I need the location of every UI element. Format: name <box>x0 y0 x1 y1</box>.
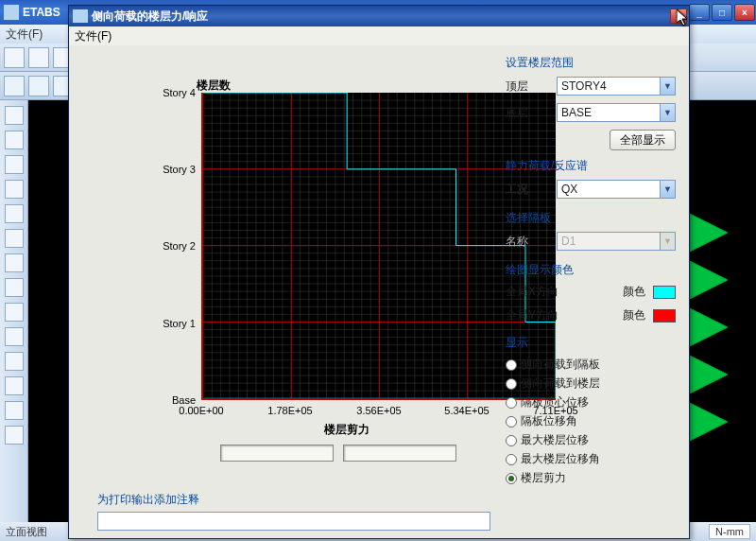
chart-y-axis-title: 楼层数 <box>197 78 231 94</box>
svg-marker-0 <box>690 214 728 252</box>
chevron-down-icon: ▼ <box>660 104 675 121</box>
y-tick-story3: Story 3 <box>139 164 196 175</box>
nudge-tool-icon[interactable] <box>5 352 24 371</box>
app-icon <box>4 5 19 20</box>
print-annotation-label: 为打印输出添加注释 <box>97 492 490 508</box>
radio-label: 侧向荷载到隔板 <box>521 357 600 373</box>
y-tick-story2: Story 2 <box>139 240 196 252</box>
model-wireframe <box>690 204 747 460</box>
chart-panel: 楼层数 Story 4 Story 3 <box>78 68 560 465</box>
display-radio-6[interactable]: 楼层剪力 <box>506 470 676 486</box>
label-global-y: 全局Y方向 <box>506 307 615 323</box>
main-title: ETABS <box>23 6 60 19</box>
status-view-label: 立面视图 <box>6 525 47 539</box>
x-tick-0: 0.00E+00 <box>179 405 223 416</box>
chevron-down-icon: ▼ <box>660 233 675 250</box>
radio-icon <box>506 473 517 484</box>
radio-icon <box>506 454 517 465</box>
group-display: 显示 <box>506 335 676 351</box>
new-file-icon[interactable] <box>4 47 25 68</box>
y-tick-story4: Story 4 <box>139 87 196 98</box>
label-top-story: 顶层 <box>506 79 549 95</box>
group-load-case: 静力荷载/反应谱 <box>506 158 676 174</box>
combo-top-story[interactable]: STORY4 ▼ <box>557 77 676 96</box>
undo-icon[interactable] <box>4 76 25 96</box>
pointer-tool-icon[interactable] <box>5 106 24 125</box>
snap-tool-icon[interactable] <box>5 376 24 395</box>
chart-plot-area[interactable] <box>201 93 556 400</box>
label-color-y: 颜色 <box>623 307 645 323</box>
x-tick-1: 1.78E+05 <box>267 405 312 416</box>
radio-icon <box>506 359 517 371</box>
story-force-response-dialog: 侧向荷载的楼层力/响应 × 文件(F) 楼层数 <box>68 5 690 539</box>
chart-slider-2[interactable] <box>343 445 456 462</box>
opening-tool-icon[interactable] <box>5 327 24 346</box>
radio-label: 隔板位移角 <box>521 413 577 429</box>
svg-marker-4 <box>690 403 728 441</box>
status-units[interactable]: N-mm <box>709 524 750 539</box>
slab-tool-icon[interactable] <box>5 303 24 322</box>
combo-bottom-story[interactable]: BASE ▼ <box>557 103 676 122</box>
radio-label: 隔板质心位移 <box>521 394 589 410</box>
main-menu-file[interactable]: 文件(F) <box>6 26 43 43</box>
dialog-close-button[interactable]: × <box>670 9 687 24</box>
dialog-title: 侧向荷载的楼层力/响应 <box>92 9 208 25</box>
display-radio-0[interactable]: 侧向荷载到隔板 <box>506 357 676 373</box>
group-diaphragm: 选择隔板 <box>506 210 676 226</box>
radio-label: 楼层剪力 <box>521 470 566 486</box>
dialog-menubar: 文件(F) <box>69 26 689 45</box>
label-global-x: 全局X方向 <box>506 284 615 300</box>
svg-marker-1 <box>690 261 728 299</box>
beam-tool-icon[interactable] <box>5 229 24 248</box>
svg-marker-2 <box>690 308 728 346</box>
line-tool-icon[interactable] <box>5 155 24 174</box>
chevron-down-icon: ▼ <box>660 78 675 95</box>
swatch-global-y[interactable] <box>653 309 676 323</box>
select-all-icon[interactable] <box>5 426 24 445</box>
combo-diaphragm-name: D1 ▼ <box>557 232 676 251</box>
combo-load-case-value: QX <box>561 183 577 196</box>
radio-icon <box>506 416 517 428</box>
combo-load-case[interactable]: QX ▼ <box>557 180 676 199</box>
y-tick-story1: Story 1 <box>139 318 196 329</box>
main-maximize-button[interactable]: □ <box>712 4 732 21</box>
display-radio-5[interactable]: 最大楼层位移角 <box>506 451 676 467</box>
x-tick-2: 3.56E+05 <box>356 405 401 416</box>
dialog-titlebar[interactable]: 侧向荷载的楼层力/响应 × <box>69 6 689 26</box>
label-color-x: 颜色 <box>623 284 645 300</box>
svg-marker-3 <box>690 356 728 393</box>
radio-icon <box>506 378 517 390</box>
redo-icon[interactable] <box>28 76 49 96</box>
display-radio-4[interactable]: 最大楼层位移 <box>506 432 676 448</box>
open-file-icon[interactable] <box>28 47 49 68</box>
area-tool-icon[interactable] <box>5 180 24 199</box>
display-radio-3[interactable]: 隔板位移角 <box>506 413 676 429</box>
grid-tool-icon[interactable] <box>5 401 24 420</box>
swatch-global-x[interactable] <box>653 286 676 299</box>
print-annotation-input[interactable] <box>97 512 490 531</box>
radio-label: 最大楼层位移角 <box>521 451 600 467</box>
radio-icon <box>506 435 517 446</box>
right-controls-panel: 设置楼层范围 顶层 STORY4 ▼ 底层 BASE ▼ 全部显示 静力荷载/反… <box>506 55 676 489</box>
display-radio-2[interactable]: 隔板质心位移 <box>506 394 676 410</box>
show-all-button[interactable]: 全部显示 <box>610 130 676 150</box>
combo-bottom-story-value: BASE <box>561 106 592 119</box>
display-radio-1[interactable]: 侧向荷载到楼层 <box>506 375 676 392</box>
label-diaphragm-name: 名称 <box>506 234 549 250</box>
dialog-menu-file[interactable]: 文件(F) <box>75 28 112 44</box>
reshape-tool-icon[interactable] <box>5 131 24 149</box>
combo-diaphragm-value: D1 <box>561 235 576 248</box>
group-story-range: 设置楼层范围 <box>506 55 676 71</box>
chart-slider-1[interactable] <box>220 445 334 462</box>
print-annotation-group: 为打印输出添加注释 <box>97 492 490 531</box>
chart-x-axis-title: 楼层剪力 <box>324 422 369 438</box>
brace-tool-icon[interactable] <box>5 253 24 272</box>
main-minimize-button[interactable]: _ <box>689 4 710 21</box>
radio-label: 侧向荷载到楼层 <box>521 375 600 392</box>
wall-tool-icon[interactable] <box>5 278 24 297</box>
label-case: 工况 <box>506 182 549 198</box>
main-close-button[interactable]: × <box>734 4 755 21</box>
column-tool-icon[interactable] <box>5 204 24 223</box>
label-bottom-story: 底层 <box>506 105 549 121</box>
left-tool-strip <box>0 100 28 522</box>
